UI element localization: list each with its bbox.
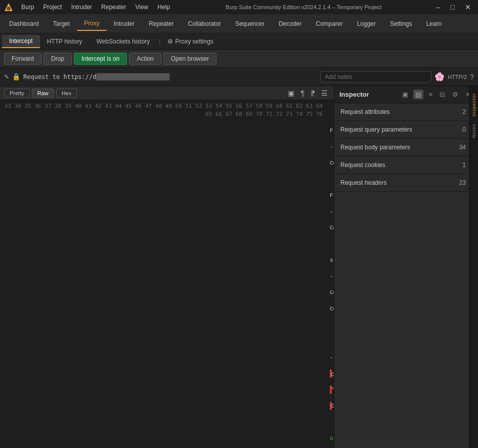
titlebar-center: Burp Suite Community Edition v2024.2.1.4… — [226, 4, 382, 10]
menu-project[interactable]: Project — [39, 3, 66, 12]
request-headers-row[interactable]: Request headers 23 › — [334, 174, 478, 192]
hex-view-button[interactable]: Hex — [56, 89, 77, 98]
request-cookies-count: 1 — [462, 161, 466, 169]
main-nav: Dashboard Target Proxy Intruder Repeater… — [0, 14, 478, 33]
nav-dashboard[interactable]: Dashboard — [2, 17, 46, 30]
tab-intercept[interactable]: Intercept — [2, 35, 40, 48]
intercept-toggle-button[interactable]: Intercept is on — [74, 53, 127, 65]
menu-help[interactable]: Help — [153, 3, 174, 12]
menu-view[interactable]: View — [131, 3, 152, 12]
request-body-params-count: 34 — [459, 144, 466, 151]
close-button[interactable]: ✕ — [462, 3, 474, 11]
request-attributes-row[interactable]: Request attributes 2 › — [334, 103, 478, 121]
action-button[interactable]: Action — [129, 53, 161, 65]
code-panel: Pretty Raw Hex ▣ ¶ ⁋ ☰ 33 34 35 36 37 38… — [0, 86, 334, 448]
request-headers-count: 23 — [459, 179, 466, 186]
line-numbers: 33 34 35 36 37 38 39 40 41 42 43 44 45 4… — [0, 100, 326, 448]
notes-star-icon: 🌸 — [434, 72, 445, 82]
url-text: Request to https://d████████████████████ — [23, 73, 169, 80]
nav-settings[interactable]: Settings — [383, 17, 419, 30]
burp-logo: B — [4, 3, 14, 12]
http2-badge: HTTP/2 — [448, 74, 467, 80]
lock-icon: 🔒 — [12, 73, 20, 80]
inspector-gear-icon[interactable]: ⚙ — [450, 90, 460, 99]
svg-text:B: B — [7, 6, 11, 11]
layout2-icon[interactable]: ¶ — [298, 88, 307, 98]
adjust-icon[interactable]: ⊟ — [438, 90, 447, 99]
code-content: 33 34 35 36 37 38 39 40 41 42 43 44 45 4… — [0, 100, 334, 448]
inspector-title: Inspector — [339, 91, 397, 98]
maximize-button[interactable]: □ — [448, 3, 458, 11]
tab-http-history[interactable]: HTTP history — [40, 35, 90, 48]
proxy-settings-tab[interactable]: ⚙ Proxy settings — [162, 35, 218, 48]
nav-sequencer[interactable]: Sequencer — [228, 17, 272, 30]
request-cookies-label: Request cookies — [340, 161, 462, 169]
gear-icon: ⚙ — [167, 38, 173, 45]
nav-decoder[interactable]: Decoder — [272, 17, 309, 30]
request-query-params-count: 0 — [462, 126, 466, 133]
intercept-toolbar: Forward Drop Intercept is on Action Open… — [0, 50, 478, 68]
inspector-panel: Inspector ▣ ▤ ≡ ⊟ ⚙ ✕ Request attributes… — [334, 86, 478, 448]
forward-button[interactable]: Forward — [4, 53, 41, 65]
raw-view-button[interactable]: Raw — [32, 89, 54, 98]
request-cookies-row[interactable]: Request cookies 1 › — [334, 156, 478, 174]
align-icon[interactable]: ≡ — [426, 90, 434, 99]
menu-repeater[interactable]: Repeater — [97, 3, 130, 12]
inspector-sidebar-tab[interactable]: Inspector — [470, 90, 477, 119]
editor-area: Pretty Raw Hex ▣ ¶ ⁋ ☰ 33 34 35 36 37 38… — [0, 86, 478, 448]
nav-target[interactable]: Target — [46, 17, 77, 30]
request-attributes-count: 2 — [462, 108, 466, 115]
drop-button[interactable]: Drop — [44, 53, 72, 65]
request-body-params-label: Request body parameters — [340, 144, 459, 151]
nav-learn[interactable]: Learn — [419, 17, 449, 30]
request-query-params-label: Request query parameters — [340, 126, 462, 133]
nav-proxy[interactable]: Proxy — [77, 17, 107, 31]
question-icon[interactable]: ? — [470, 73, 474, 81]
wrap-icon[interactable]: ⁋ — [309, 88, 317, 98]
menu-intruder[interactable]: Intruder — [67, 3, 96, 12]
menu-burp[interactable]: Burp — [17, 3, 38, 12]
tab-websockets-history[interactable]: WebSockets history — [90, 35, 157, 48]
nav-collaborator[interactable]: Collaborator — [181, 17, 228, 30]
line-49: Content-Disposition: form-data; name="fa… — [330, 370, 332, 378]
code-editor[interactable]: Firma Adınız ------WebKitFormBoundaryWNs… — [326, 100, 334, 448]
tab-divider: | — [159, 38, 160, 45]
request-query-params-row[interactable]: Request query parameters 0 › — [334, 121, 478, 139]
tab-bar: Intercept HTTP history WebSockets histor… — [0, 33, 478, 50]
open-browser-button[interactable]: Open browser — [163, 53, 216, 65]
code-toolbar: Pretty Raw Hex ▣ ¶ ⁋ ☰ — [0, 86, 334, 100]
edit-icon: ✎ — [4, 73, 9, 80]
line-50a: " — [330, 386, 332, 394]
titlebar-left: B Burp Project Intruder Repeater View He… — [4, 3, 174, 12]
titlebar: B Burp Project Intruder Repeater View He… — [0, 0, 478, 14]
request-headers-label: Request headers — [340, 179, 459, 186]
inspector-body: Request attributes 2 › Request query par… — [334, 103, 478, 448]
layout-icon-2[interactable]: ▤ — [413, 90, 423, 99]
inspector-header: Inspector ▣ ▤ ≡ ⊟ ⚙ ✕ — [334, 86, 478, 103]
titlebar-menus: Burp Project Intruder Repeater View Help — [17, 3, 174, 12]
layout1-icon[interactable]: ▣ — [286, 88, 296, 98]
line-50: Content-Type: application/octet-stream — [330, 402, 332, 410]
layout-icon-1[interactable]: ▣ — [400, 90, 410, 99]
notes-sidebar-tab[interactable]: Notes — [470, 120, 477, 141]
nav-intruder[interactable]: Intruder — [107, 17, 142, 30]
request-attributes-label: Request attributes — [340, 108, 462, 115]
minimize-button[interactable]: – — [433, 3, 444, 11]
right-sidebar-tabs: Inspector Notes — [469, 86, 478, 448]
nav-comparer[interactable]: Comparer — [309, 17, 350, 30]
add-notes-input[interactable] — [320, 71, 431, 83]
pretty-view-button[interactable]: Pretty — [4, 89, 30, 98]
menu-icon[interactable]: ☰ — [319, 88, 330, 98]
titlebar-controls: – □ ✕ — [433, 3, 474, 11]
request-body-params-row[interactable]: Request body parameters 34 › — [334, 139, 478, 156]
nav-repeater[interactable]: Repeater — [142, 17, 181, 30]
nav-logger[interactable]: Logger — [350, 17, 383, 30]
